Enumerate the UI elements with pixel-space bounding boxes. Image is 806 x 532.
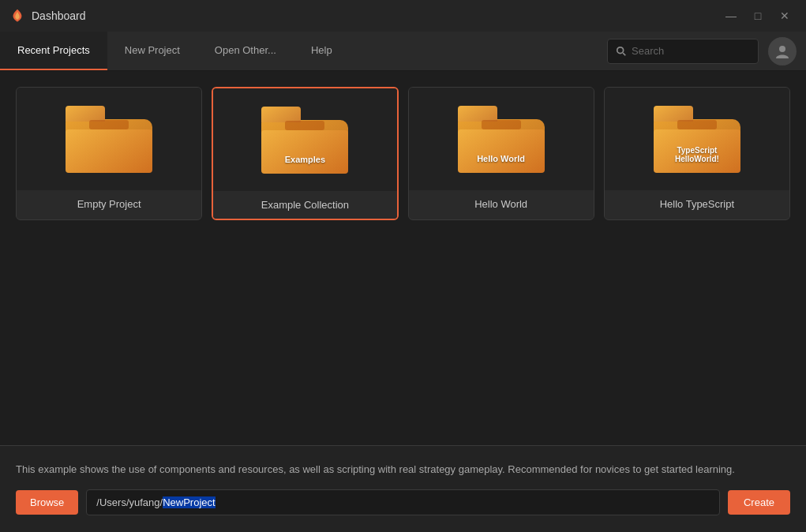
folder-icon-examples: Examples <box>261 107 348 174</box>
tab-help[interactable]: Help <box>294 32 350 70</box>
svg-line-1 <box>623 53 625 55</box>
folder-label-hello-world: Hello World <box>477 154 525 163</box>
search-icon <box>616 46 627 57</box>
close-button[interactable]: ✕ <box>773 4 797 28</box>
project-card-hello-world[interactable]: Hello World Hello World <box>408 87 594 220</box>
project-card-examples[interactable]: Examples Example Collection <box>212 87 398 220</box>
browse-button[interactable]: Browse <box>16 490 78 515</box>
folder-label-hello-typescript: TypeScriptHelloWorld! <box>675 146 719 163</box>
project-card-hello-typescript[interactable]: TypeScriptHelloWorld! Hello TypeScript <box>604 87 790 220</box>
path-input[interactable] <box>86 489 720 515</box>
tab-new-project[interactable]: New Project <box>107 32 197 70</box>
window-title: Dashboard <box>32 9 713 22</box>
project-description: This example shows the use of components… <box>16 463 790 477</box>
path-row: Browse Create <box>16 489 790 515</box>
projects-area: Empty Project Examples Example Collectio… <box>0 71 806 236</box>
maximize-button[interactable]: □ <box>746 4 770 28</box>
bottom-panel: This example shows the use of components… <box>0 445 806 532</box>
svg-point-2 <box>779 46 785 52</box>
navbar: Recent Projects New Project Open Other..… <box>0 32 806 71</box>
project-card-empty[interactable]: Empty Project <box>16 87 202 220</box>
folder-label-examples: Examples <box>285 155 325 164</box>
avatar-button[interactable] <box>768 37 797 66</box>
search-input[interactable] <box>632 45 750 57</box>
minimize-button[interactable]: — <box>719 4 743 28</box>
project-thumbnail-empty <box>17 88 201 190</box>
folder-icon-hello-typescript: TypeScriptHelloWorld! <box>654 106 740 173</box>
project-name-hello-world: Hello World <box>409 190 594 218</box>
tab-open-other[interactable]: Open Other... <box>197 32 294 70</box>
project-thumbnail-hello-world: Hello World <box>409 88 594 190</box>
folder-icon-hello-world: Hello World <box>458 106 545 173</box>
svg-point-0 <box>617 47 624 53</box>
project-name-empty: Empty Project <box>17 190 201 218</box>
project-name-hello-typescript: Hello TypeScript <box>605 190 789 218</box>
project-thumbnail-hello-typescript: TypeScriptHelloWorld! <box>605 88 789 190</box>
tab-recent-projects[interactable]: Recent Projects <box>0 32 107 70</box>
project-name-examples: Example Collection <box>213 191 396 219</box>
search-container <box>607 39 759 64</box>
avatar-icon <box>774 43 791 60</box>
projects-grid: Empty Project Examples Example Collectio… <box>16 87 790 220</box>
window-controls: — □ ✕ <box>719 4 797 28</box>
titlebar: Dashboard — □ ✕ <box>0 0 806 32</box>
folder-icon-empty <box>66 106 152 173</box>
create-button[interactable]: Create <box>728 490 790 515</box>
app-logo-icon <box>9 8 25 24</box>
project-thumbnail-examples: Examples <box>213 88 396 191</box>
